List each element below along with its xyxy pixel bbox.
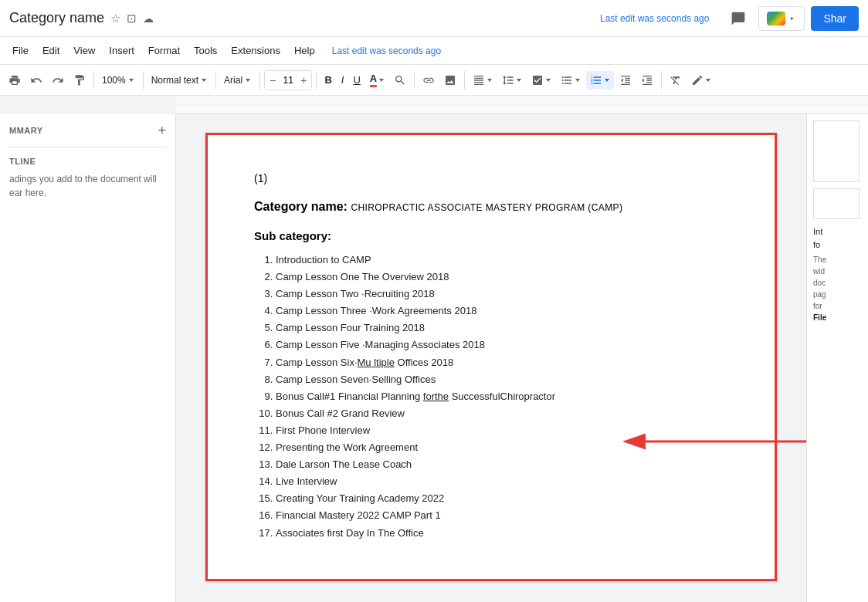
highlight-button[interactable] [390,71,410,90]
meet-icon [767,12,785,25]
sub-category: Sub category: [254,229,728,242]
sep8 [661,71,662,90]
list-item: Live Interview [276,473,728,490]
menu-format[interactable]: Format [142,42,186,59]
mini-page-1 [813,120,860,182]
undo-btn[interactable] [26,71,46,90]
sep4 [259,71,260,90]
font-size-area: − + [264,70,312,90]
text-color-button[interactable]: A [366,69,388,90]
underline-button[interactable]: U [349,71,364,89]
checklist-button[interactable] [527,71,555,90]
doc-title[interactable]: Category name [9,10,104,26]
document-page: (1) Category name: CHIROPRACTIC ASSOCIAT… [205,133,777,581]
list-item: Camp Lesson Two ·Recruiting 2018 [276,286,728,303]
menubar: File Edit View Insert Format Tools Exten… [0,37,868,65]
doc-area[interactable]: (1) Category name: CHIROPRACTIC ASSOCIAT… [176,114,806,602]
rp-bold: File [813,312,862,323]
page-number: (1) [254,172,728,184]
list-item: Creating Your Training Academy 2022 [276,490,728,507]
rp-text: Thewiddocpagfor [813,254,862,312]
italic-button[interactable]: I [337,71,348,89]
bullet-list-button[interactable] [557,71,585,90]
list-item: Camp Lesson Three ·Work Agreements 2018 [276,303,728,320]
sep6 [414,71,415,90]
sidebar-outline-text: adings you add to the document will ear … [9,172,166,200]
sep5 [316,71,317,90]
sidebar-summary-title: MMARY [9,126,43,135]
right-panel: Intfo Thewiddocpagfor File [806,114,868,602]
list-item: Introduction to CAMP [276,252,728,269]
sidebar: MMARY + TLINE adings you add to the docu… [0,114,176,602]
menu-insert[interactable]: Insert [103,42,141,59]
list-item: Financial Mastery 2022 CAMP Part 1 [276,507,728,524]
right-panel-content: Intfo Thewiddocpagfor File [813,225,862,323]
menu-view[interactable]: View [67,42,101,59]
indent-decrease-button[interactable] [615,71,636,90]
font-size-decrease[interactable]: − [268,74,277,86]
numbered-list: Introduction to CAMP Camp Lesson One The… [254,252,728,542]
redo-btn[interactable] [48,71,68,90]
meet-button[interactable] [758,6,805,31]
numbered-list-button[interactable] [586,71,614,90]
sidebar-divider [9,147,166,147]
folder-icon[interactable]: ⊡ [127,12,137,25]
comments-button[interactable] [724,5,752,32]
toolbar: 100% Normal text Arial − + B I U A [0,65,868,96]
menu-extensions[interactable]: Extensions [225,42,287,59]
list-item: Camp Lesson Five ·Managing Associates 20… [276,337,728,353]
titlebar: Category name ☆ ⊡ ☁ Last edit was second… [0,0,868,37]
star-icon[interactable]: ☆ [110,12,120,25]
font-selector[interactable]: Arial [220,72,256,89]
rp-title: Intfo [813,225,862,251]
menu-tools[interactable]: Tools [188,42,223,59]
category-name-line: Category name: CHIROPRACTIC ASSOCIATE MA… [254,200,728,214]
image-button[interactable] [440,71,460,90]
list-item: Presenting the Work Agreement [276,439,728,456]
font-size-input[interactable] [277,75,299,86]
bold-button[interactable]: B [320,71,335,89]
last-edit-menu: Last edit was seconds ago [332,46,441,56]
paint-format-btn[interactable] [70,71,90,90]
sidebar-add-button[interactable]: + [158,123,166,137]
font-size-increase[interactable]: + [299,74,308,86]
mini-page-2 [813,188,860,219]
list-item: Bonus Call #2 Grand Review [276,405,728,422]
ruler [176,96,868,114]
clear-formatting-button[interactable] [666,71,686,90]
list-item: First Phone Interview [276,422,728,439]
list-item: Dale Larson The Lease Coach [276,456,728,473]
align-button[interactable] [469,71,497,90]
smart-compose-button[interactable] [687,71,715,90]
sidebar-outline-title: TLINE [9,157,166,166]
list-item: Camp Lesson One The Overview 2018 [276,269,728,286]
last-edit-text: Last edit was seconds ago [600,13,709,24]
sidebar-summary-header: MMARY + [9,123,166,137]
cloud-icon[interactable]: ☁ [143,12,154,25]
menu-help[interactable]: Help [288,42,321,59]
line-spacing-button[interactable] [498,71,526,90]
menu-edit[interactable]: Edit [36,42,66,59]
sep3 [215,71,216,90]
style-selector[interactable]: Normal text [147,72,212,89]
text-color-indicator [370,85,377,87]
sep2 [143,71,144,90]
menu-file[interactable]: File [6,42,35,59]
link-button[interactable] [419,71,439,90]
share-button[interactable]: Shar [811,6,859,31]
list-item: Camp Lesson Four Training 2018 [276,320,728,337]
main-layout: MMARY + TLINE adings you add to the docu… [0,114,868,602]
sep1 [93,71,94,90]
print-btn[interactable] [5,71,25,90]
zoom-selector[interactable]: 100% [98,72,139,89]
indent-increase-button[interactable] [637,71,657,90]
list-item: Bonus Call#1 Financial Planning forthe S… [276,388,728,405]
list-item: Associates first Day In The Office [276,525,728,542]
sep7 [464,71,465,90]
list-item: Camp Lesson Seven·Selling Offices [276,371,728,388]
list-item: Camp Lesson Six·Mu ltiple Offices 2018 [276,354,728,371]
